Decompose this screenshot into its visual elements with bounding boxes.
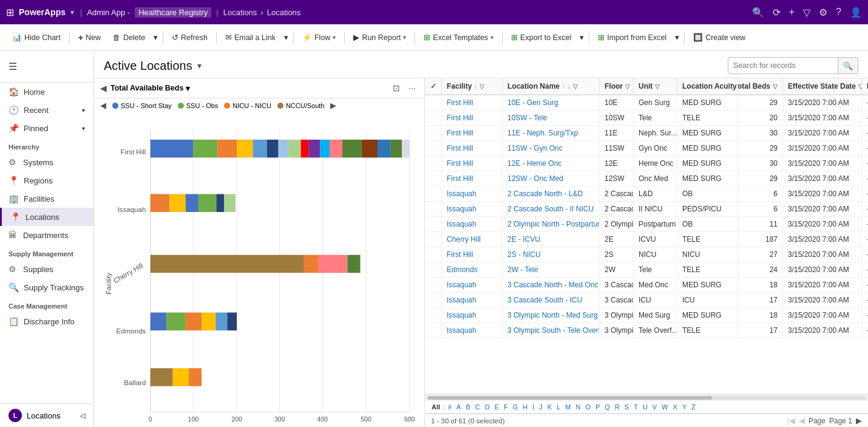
cell-facility-15[interactable]: Issaquah	[442, 323, 503, 338]
plus-icon[interactable]: +	[789, 7, 795, 18]
delete-button[interactable]: 🗑 Delete	[108, 31, 150, 44]
table-row[interactable]: Issaquah 2 Cascade North - L&D 2 Cascade…	[425, 186, 868, 202]
alpha-btn-X[interactable]: X	[671, 402, 679, 412]
location-sort-asc[interactable]: ↑	[562, 83, 565, 90]
cell-location-8[interactable]: 2 Olympic North - Postpartum	[503, 217, 600, 231]
page-next-btn[interactable]: ▶	[856, 416, 862, 425]
cell-location-14[interactable]: 3 Olympic North - Med Surg	[503, 308, 600, 323]
create-view-button[interactable]: 🔲 Create view	[688, 30, 750, 44]
cell-facility-10[interactable]: First Hill	[442, 247, 503, 262]
alpha-btn-G[interactable]: G	[511, 402, 520, 412]
alpha-btn-O[interactable]: O	[583, 402, 592, 412]
page-first-btn[interactable]: |◀	[787, 416, 795, 425]
scroll-thumb[interactable]	[427, 396, 712, 400]
cell-location-10[interactable]: 2S - NICU	[503, 247, 600, 262]
alpha-btn-L[interactable]: L	[555, 402, 562, 412]
chart-legend-nav-right[interactable]: ▶	[330, 101, 336, 110]
table-row[interactable]: First Hill 2S - NICU 2S NICU NICU 27 3/1…	[425, 247, 868, 262]
breadcrumb-1[interactable]: Locations	[223, 8, 257, 17]
col-effdate[interactable]: Effective State Date ▽	[783, 78, 862, 94]
cell-facility-13[interactable]: Issaquah	[442, 293, 503, 307]
cell-facility-11[interactable]: Edmonds	[442, 262, 503, 277]
sidebar-item-pinned[interactable]: 📌 Pinned ▾	[0, 119, 93, 137]
chart-legend-nav-left[interactable]: ◀	[100, 101, 106, 110]
cell-facility-3[interactable]: First Hill	[442, 141, 503, 155]
import-excel-button[interactable]: ⊞ Import from Excel	[593, 30, 671, 44]
alpha-btn-C[interactable]: C	[473, 402, 482, 412]
breadcrumb-2[interactable]: Locations	[267, 8, 301, 17]
beds-filter[interactable]: ▽	[773, 83, 778, 90]
export-caret[interactable]: ▾	[578, 30, 585, 44]
legend-item-nicu[interactable]: NICU - NICU	[224, 102, 271, 109]
sidebar-item-departments[interactable]: 🏛 Departments	[0, 226, 93, 244]
alpha-btn-W[interactable]: W	[660, 402, 670, 412]
table-row[interactable]: First Hill 10E - Gen Surg 10E Gen Surg M…	[425, 95, 868, 111]
legend-item-nccu[interactable]: NCCU/South	[277, 102, 325, 109]
page-prev-btn[interactable]: ◀	[799, 416, 805, 425]
flow-button[interactable]: ⚡ Flow ▾	[297, 30, 341, 44]
cell-facility-0[interactable]: First Hill	[442, 95, 503, 110]
search-button[interactable]: 🔍	[838, 58, 858, 73]
refresh-icon[interactable]: ⟳	[773, 7, 781, 18]
grid-icon[interactable]: ⊞	[6, 7, 14, 18]
sidebar-item-supplies[interactable]: ⚙ Supplies	[0, 260, 93, 278]
cell-facility-7[interactable]: Issaquah	[442, 202, 503, 216]
alpha-btn-A[interactable]: A	[455, 402, 463, 412]
sidebar-item-discharge[interactable]: 📋 Discharge Info	[0, 312, 93, 330]
alpha-btn-T[interactable]: T	[632, 402, 640, 412]
alpha-btn-E[interactable]: E	[493, 402, 501, 412]
table-row[interactable]: Edmonds 2W - Tele 2W Tele TELE 24 3/15/2…	[425, 262, 868, 278]
col-location[interactable]: Location Name ↑ ↓ ▽	[503, 78, 600, 94]
sidebar-item-locations[interactable]: 📍 Locations	[0, 208, 93, 226]
table-row[interactable]: Issaquah 3 Olympic North - Med Surg 3 Ol…	[425, 308, 868, 323]
cell-location-12[interactable]: 3 Cascade North - Med Onc	[503, 278, 600, 292]
cell-location-0[interactable]: 10E - Gen Surg	[503, 95, 600, 110]
cell-location-4[interactable]: 12E - Heme Onc	[503, 156, 600, 171]
col-acuity[interactable]: Location Acuity ▽	[677, 78, 738, 94]
excel-templates-button[interactable]: ⊞ Excel Templates ▾	[419, 30, 498, 44]
cell-location-9[interactable]: 2E - ICVU	[503, 232, 600, 247]
alpha-btn-All[interactable]: All	[430, 402, 442, 412]
email-caret[interactable]: ▾	[283, 30, 290, 44]
user-icon[interactable]: 👤	[850, 7, 862, 18]
location-sort-desc[interactable]: ↓	[568, 83, 571, 90]
sidebar-item-regions[interactable]: 📍 Regions	[0, 171, 93, 190]
chart-prev-btn[interactable]: ◀	[100, 83, 107, 93]
page-title-dropdown[interactable]: ▾	[197, 61, 202, 70]
cell-location-13[interactable]: 3 Cascade South - ICU	[503, 293, 600, 307]
brand-caret[interactable]: ▼	[69, 9, 75, 16]
table-row[interactable]: Issaquah 3 Cascade North - Med Onc 3 Cas…	[425, 278, 868, 293]
sidebar-footer-caret[interactable]: ◁	[80, 412, 85, 420]
alpha-btn-F[interactable]: F	[502, 402, 510, 412]
alpha-btn-U[interactable]: U	[641, 402, 649, 412]
floor-filter[interactable]: ▽	[625, 83, 630, 90]
cell-location-5[interactable]: 12SW - Onc Med	[503, 171, 600, 186]
chart-expand-btn[interactable]: ⊡	[390, 82, 402, 94]
cell-facility-8[interactable]: Issaquah	[442, 217, 503, 231]
brand-name[interactable]: PowerApps	[19, 7, 66, 17]
table-row[interactable]: Issaquah 3 Olympic South - Tele Overflow…	[425, 323, 868, 338]
col-facility[interactable]: Facility ↕ ▽	[442, 78, 503, 94]
table-row[interactable]: Cherry Hill 2E - ICVU 2E ICVU TELE 187 3…	[425, 232, 868, 247]
alpha-btn-N[interactable]: N	[574, 402, 582, 412]
alpha-btn-Z[interactable]: Z	[690, 402, 697, 412]
cell-location-2[interactable]: 11E - Neph. Surg/Txp	[503, 126, 600, 140]
cell-facility-6[interactable]: Issaquah	[442, 186, 503, 201]
chart-title[interactable]: Total Available Beds ▾	[110, 84, 190, 93]
table-row[interactable]: Issaquah 2 Cascade South - II NICU 2 Cas…	[425, 202, 868, 217]
sidebar-item-supply-trackings[interactable]: 🔍 Supply Trackings	[0, 278, 93, 296]
search-icon[interactable]: 🔍	[752, 7, 764, 18]
col-floor[interactable]: Floor ▽	[600, 78, 634, 94]
table-row[interactable]: First Hill 10SW - Tele 10SW Tele TELE 20…	[425, 111, 868, 126]
alpha-btn-I[interactable]: I	[531, 402, 536, 412]
table-row[interactable]: First Hill 11SW - Gyn Onc 11SW Gyn Onc M…	[425, 141, 868, 156]
cell-location-15[interactable]: 3 Olympic South - Tele Overflow	[503, 323, 600, 338]
run-report-button[interactable]: ▶ Run Report ▾	[348, 30, 411, 44]
cell-location-6[interactable]: 2 Cascade North - L&D	[503, 186, 600, 201]
alpha-btn-D[interactable]: D	[483, 402, 492, 412]
table-row[interactable]: Issaquah 2 Olympic North - Postpartum 2 …	[425, 217, 868, 232]
hamburger-button[interactable]: ☰	[0, 56, 93, 77]
alpha-btn-Y[interactable]: Y	[680, 402, 688, 412]
sidebar-item-facilities[interactable]: 🏢 Facilities	[0, 190, 93, 208]
col-beds[interactable]: Total Beds ▽	[738, 78, 783, 94]
